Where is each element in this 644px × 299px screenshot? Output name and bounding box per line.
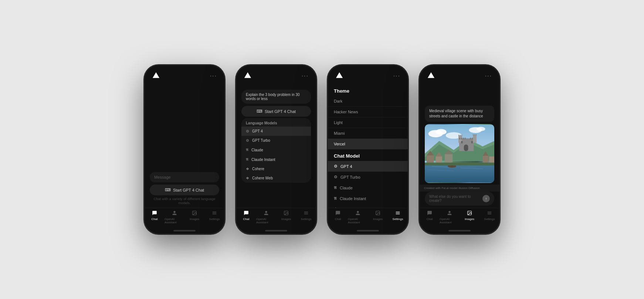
nav-images-3[interactable]: Images [368, 210, 388, 224]
message-placeholder: Message [154, 175, 171, 179]
phone3-header: ··· [328, 65, 408, 85]
theme-vercel[interactable]: Vercel [328, 139, 408, 150]
images-nav-icon-4 [467, 210, 472, 217]
send-button[interactable]: ↑ [482, 195, 490, 202]
nav-chat-1[interactable]: Chat [145, 210, 165, 224]
nav-settings-2[interactable]: Settings [296, 210, 316, 224]
svg-rect-30 [465, 138, 466, 140]
assistant-nav-icon-3 [355, 210, 360, 217]
theme-section-title: Theme [328, 85, 408, 96]
chat-model-section-title: Chat Model [328, 150, 408, 161]
nav-assistant-1[interactable]: OpenAI Assistant [165, 210, 184, 224]
model-cohere[interactable]: ❖ Cohere [241, 164, 311, 173]
start-btn-icon: ⌨ [165, 188, 171, 192]
claude-icon: 𝕬 [246, 148, 248, 152]
settings-gpt-turbo[interactable]: ⚙ GPT Turbo [328, 172, 408, 182]
nav-settings-4[interactable]: Settings [479, 210, 499, 224]
home-indicator-2 [265, 230, 287, 231]
nav-assistant-2[interactable]: OpenAI Assistant [256, 210, 276, 224]
settings-gpt4[interactable]: ⚙ GPT 4 [328, 161, 408, 172]
models-list: Language Models ⚙ GPT 4 ⚙ GPT Turbo 𝕬 Cl… [241, 118, 311, 183]
phone1-logo [152, 71, 160, 81]
svg-rect-33 [464, 145, 468, 151]
model-claude-instant-label: Claude Instant [251, 158, 275, 162]
settings-cohere[interactable]: ❖ Cohere [328, 204, 408, 208]
image-input-row[interactable]: What else do you want to create? ↑ [425, 192, 494, 206]
nav-chat-4[interactable]: Chat [420, 210, 440, 224]
nav-images-label-2: Images [281, 217, 291, 221]
svg-rect-29 [463, 138, 464, 140]
nav-assistant-label-3: OpenAI Assistant [348, 217, 368, 224]
model-claude[interactable]: 𝕬 Claude [241, 145, 311, 155]
svg-point-12 [435, 129, 446, 135]
gpt4-icon: ⚙ [246, 129, 249, 133]
assistant-nav-icon-4 [447, 210, 452, 217]
phone2-content: Explain the 3 body problem in 30 words o… [236, 85, 316, 208]
settings-nav-icon-1 [212, 210, 217, 217]
nav-assistant-label-2: OpenAI Assistant [256, 217, 276, 224]
phone-2: ··· Explain the 3 body problem in 30 wor… [235, 65, 317, 234]
message-input-row[interactable]: Message [150, 172, 219, 182]
phone2-input-bubble: Explain the 3 body problem in 30 words o… [241, 90, 311, 104]
nav-chat-2[interactable]: Chat [236, 210, 256, 224]
settings-claude-label: Claude [340, 186, 353, 190]
models-header: Language Models [241, 118, 311, 127]
image-input-placeholder: What else do you want to create? [429, 195, 479, 203]
start-gpt-button[interactable]: ⌨ Start GPT 4 Chat [150, 185, 219, 195]
phone3-bottom-nav: Chat OpenAI Assistant Images [328, 208, 408, 228]
theme-dark[interactable]: Dark [328, 96, 408, 107]
model-claude-instant[interactable]: 𝕬 Claude Instant [241, 155, 311, 164]
phone1-dots[interactable]: ··· [210, 73, 217, 79]
images-nav-icon-1 [192, 210, 197, 217]
nav-assistant-3[interactable]: OpenAI Assistant [348, 210, 368, 224]
svg-point-54 [468, 212, 469, 213]
settings-gpt4-label: GPT 4 [340, 164, 352, 169]
home-indicator-4 [448, 230, 471, 231]
phone1-header: ··· [145, 65, 224, 85]
settings-claude-instant[interactable]: 𝕬 Claude Instant [328, 193, 408, 204]
nav-chat-3[interactable]: Chat [328, 210, 348, 224]
phone3-dots[interactable]: ··· [393, 73, 400, 79]
phone2-dots[interactable]: ··· [302, 73, 309, 79]
model-claude-label: Claude [251, 148, 263, 152]
nav-images-4[interactable]: Images [460, 210, 479, 224]
cohere-web-icon: ❖ [246, 176, 249, 180]
svg-rect-25 [474, 134, 475, 135]
chat-subtitle: Chat with a variety of different languag… [150, 197, 219, 205]
nav-assistant-4[interactable]: OpenAI Assistant [440, 210, 460, 224]
theme-light[interactable]: Light [328, 117, 408, 128]
model-gpt4[interactable]: ⚙ GPT 4 [241, 127, 311, 136]
phone4-dots[interactable]: ··· [485, 73, 492, 79]
theme-hacker-news[interactable]: Hacker News [328, 107, 408, 117]
model-cohere-web-label: Cohere Web [252, 176, 273, 180]
theme-miami[interactable]: Miami [328, 128, 408, 139]
phone2-chat-body [236, 85, 316, 90]
chat-nav-icon-3 [335, 210, 340, 217]
nav-images-1[interactable]: Images [184, 210, 204, 224]
phone2-logo [244, 71, 252, 81]
phone2-header: ··· [236, 65, 316, 85]
phone2-start-btn[interactable]: ⌨ Start GPT 4 Chat [241, 106, 311, 117]
nav-settings-3[interactable]: Settings [388, 210, 408, 224]
settings-claude[interactable]: 𝕬 Claude [328, 182, 408, 193]
phone4-logo [427, 71, 435, 81]
cohere-icon: ❖ [246, 167, 249, 171]
nav-images-label-4: Images [465, 217, 474, 221]
svg-point-5 [285, 212, 286, 213]
chat-nav-icon-4 [427, 210, 432, 217]
nav-images-2[interactable]: Images [276, 210, 296, 224]
claude-instant-icon: 𝕬 [246, 157, 248, 162]
settings-claude-instant-label: Claude Instant [340, 196, 366, 201]
svg-rect-35 [471, 141, 473, 144]
nav-chat-label-1: Chat [152, 217, 158, 221]
chat-body [145, 85, 224, 172]
svg-marker-9 [428, 72, 434, 78]
nav-settings-1[interactable]: Settings [204, 210, 224, 224]
phone1-bottom-nav: Chat OpenAI Assistant Images [145, 208, 224, 228]
svg-rect-52 [425, 162, 494, 165]
model-cohere-web[interactable]: ❖ Cohere Web [241, 173, 311, 183]
phone-3: ··· Theme Dark Hacker News Light Miami V… [327, 65, 409, 234]
image-prompt: Medieval village scene with busy streets… [425, 106, 494, 122]
phone2-start-icon: ⌨ [257, 109, 262, 114]
model-gpt-turbo[interactable]: ⚙ GPT Turbo [241, 136, 311, 145]
